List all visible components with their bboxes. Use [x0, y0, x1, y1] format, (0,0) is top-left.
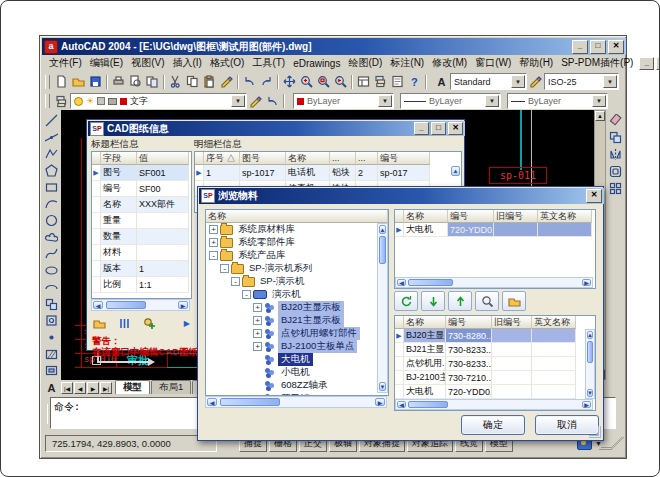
tree-item-BJ-2100主板单点[interactable]: +BJ-2100主板单点	[206, 340, 388, 353]
preview-button[interactable]	[127, 74, 144, 90]
lock-icon[interactable]	[97, 97, 105, 105]
column-header[interactable]: 旧编号	[494, 210, 538, 223]
tool-palettes-button[interactable]	[372, 74, 389, 90]
title-bar[interactable]: a AutoCAD 2004 - [E:\UG\dwg\图框\测试用图(部件).…	[42, 38, 626, 55]
scroll-right-icon[interactable]: ▶	[582, 279, 591, 286]
tree-item-SP-演示机系列[interactable]: -SP-演示机系列	[206, 262, 388, 275]
collapse-icon[interactable]: -	[231, 277, 240, 286]
zoom-window-button[interactable]	[315, 74, 332, 90]
table-scroll-up-icon[interactable]: ▲	[451, 166, 460, 176]
close-icon[interactable]: ✕	[448, 122, 463, 135]
polyline-button[interactable]	[43, 145, 61, 162]
spline-button[interactable]	[43, 246, 61, 263]
close-icon[interactable]: ✕	[586, 189, 602, 203]
browse-titlebar[interactable]: SP 浏览物料 ✕	[199, 188, 604, 204]
table-row[interactable]: ▶1sp-1017电话机铝块2sp-017	[195, 165, 461, 181]
tab-模型[interactable]: 模型	[115, 380, 150, 394]
menu-eDrawings[interactable]: eDrawings	[289, 57, 344, 70]
point-button[interactable]	[43, 329, 61, 346]
header-marker-cell[interactable]	[395, 210, 404, 223]
tree-column-header[interactable]: 名称	[206, 210, 388, 223]
scroll-right-icon[interactable]: ▶	[178, 301, 188, 309]
menu-修改(M)[interactable]: 修改(M)	[428, 55, 471, 71]
menu-编辑(E)[interactable]: 编辑(E)	[86, 55, 127, 71]
open-button[interactable]	[70, 74, 87, 90]
redo-button[interactable]	[258, 74, 275, 90]
table-row[interactable]: ▶大电机720-YDD0...	[395, 223, 595, 237]
titlebar-info-hscrollbar[interactable]: ◀ ▶	[91, 299, 190, 311]
menu-工具(T)[interactable]: 工具(T)	[248, 55, 289, 71]
column-header[interactable]: 名称	[404, 210, 448, 223]
minimize-icon[interactable]: _	[572, 40, 588, 54]
header-marker-cell[interactable]	[195, 152, 204, 165]
bulb-icon[interactable]	[74, 97, 83, 106]
open-button[interactable]	[91, 315, 108, 331]
cad-info-titlebar[interactable]: SP CAD图纸信息 _ □ ✕	[88, 121, 465, 136]
polygon-button[interactable]	[43, 162, 61, 179]
column-header[interactable]: 英文名称	[532, 316, 576, 329]
combo-dropdown-icon[interactable]: ▼	[378, 95, 392, 107]
tree-vscrollbar[interactable]: ▲ ▼	[377, 223, 388, 393]
color-combo[interactable]: ByLayer▼	[293, 93, 394, 109]
table-row[interactable]: 材料	[92, 245, 191, 261]
scroll-right-icon[interactable]: ▶	[582, 401, 591, 408]
close-icon[interactable]: ✕	[608, 40, 624, 54]
menu-视图(V)[interactable]: 视图(V)	[127, 55, 168, 71]
header-marker-cell[interactable]	[395, 316, 404, 329]
scroll-left-icon[interactable]: ◀	[397, 279, 406, 286]
move-down-button[interactable]	[421, 291, 445, 311]
tree-item-系统零部件库[interactable]: +系统零部件库	[206, 236, 388, 249]
tree-item-大电机[interactable]: 大电机	[206, 353, 388, 366]
layer-combo[interactable]: ☀文字▼	[70, 93, 247, 109]
expand-icon[interactable]: +	[209, 225, 218, 234]
combo-dropdown-icon[interactable]: ▼	[231, 95, 245, 107]
scroll-right-icon[interactable]: ▶	[375, 398, 385, 406]
table-row[interactable]: BJ21主显...730-8233...	[395, 343, 595, 357]
make-layer-current-button[interactable]	[247, 93, 264, 109]
scroll-thumb[interactable]	[408, 279, 453, 286]
ok-button[interactable]: 确定	[461, 415, 525, 435]
tree-item-小电机[interactable]: 小电机	[206, 366, 388, 379]
columns-button[interactable]	[116, 315, 133, 331]
column-header[interactable]: 图号	[240, 152, 286, 165]
result-hscrollbar[interactable]: ◀▶	[395, 277, 593, 288]
style-button[interactable]: A	[433, 74, 450, 90]
swatch-icon[interactable]	[120, 98, 127, 105]
move-up-button[interactable]	[448, 291, 472, 311]
cut-button[interactable]	[167, 74, 184, 90]
revision-cloud-button[interactable]	[43, 229, 61, 246]
make-block-button[interactable]	[43, 312, 61, 329]
mdi-minimize-icon[interactable]: _	[639, 57, 654, 70]
tab-last-icon[interactable]: ▶|	[100, 382, 112, 394]
plot-icon[interactable]	[108, 98, 117, 105]
resize-grip[interactable]	[589, 426, 601, 438]
dim-style-combo[interactable]: ISO-25▼	[544, 73, 619, 90]
scroll-thumb[interactable]	[379, 236, 386, 264]
tree-item-演示机[interactable]: -演示机	[206, 288, 388, 301]
scroll-down-icon[interactable]: ▼	[379, 382, 386, 391]
sun-icon[interactable]: ☀	[86, 97, 94, 106]
design-center-button[interactable]	[355, 74, 372, 90]
properties-button[interactable]	[389, 74, 406, 90]
column-header[interactable]: 编号	[446, 316, 492, 329]
plot-button[interactable]	[110, 74, 127, 90]
lineweight-combo[interactable]: ByLayer▼	[507, 93, 608, 109]
table-row[interactable]: BJ-2100主...730-7210...	[395, 371, 595, 385]
selected-hscrollbar[interactable]: ◀▶	[395, 399, 593, 410]
layer-previous-button[interactable]	[264, 93, 281, 109]
copy-button[interactable]	[184, 74, 201, 90]
scroll-up-icon[interactable]: ▲	[379, 225, 386, 234]
paste-button[interactable]	[201, 74, 218, 90]
column-header[interactable]: 字段	[101, 152, 137, 165]
tab-布局1[interactable]: 布局1	[151, 380, 191, 394]
expand-icon[interactable]: +	[253, 342, 262, 351]
insert-block-button[interactable]	[43, 296, 61, 313]
table-row[interactable]: 比例1:1	[92, 277, 191, 293]
scroll-left-icon[interactable]: ◀	[207, 398, 217, 406]
ellipse-button[interactable]	[43, 262, 61, 279]
match-properties-button[interactable]	[218, 74, 235, 90]
column-header[interactable]: 值	[137, 152, 189, 165]
combo-dropdown-icon[interactable]: ▼	[485, 95, 499, 107]
tab-first-icon[interactable]: |◀	[61, 382, 73, 394]
selected-vscrollbar[interactable]: ▲▼	[585, 329, 595, 399]
